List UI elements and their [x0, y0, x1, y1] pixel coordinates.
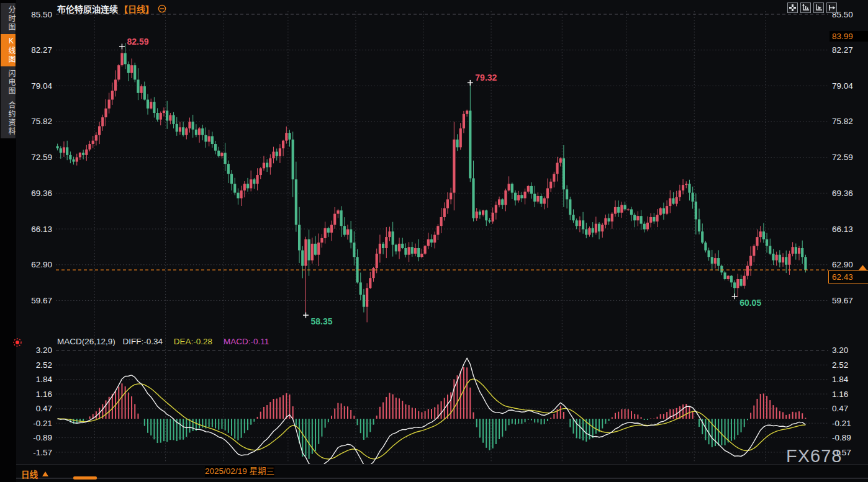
- chart-canvas[interactable]: 85.5085.5082.2782.2779.0479.0475.8275.82…: [0, 0, 868, 482]
- watermark: FX678: [786, 446, 842, 466]
- macd-histogram: [61, 367, 806, 459]
- pan-right-icon[interactable]: [826, 2, 837, 13]
- x-axis-play-icon[interactable]: [813, 2, 824, 13]
- time-axis-strip: [16, 464, 868, 482]
- price-arrow-up-icon: [859, 265, 867, 270]
- y-axis-tick-label: 72.59: [832, 153, 853, 162]
- chart-toolbar: [787, 2, 837, 13]
- sidebar-item-kline[interactable]: K线图: [1, 34, 16, 66]
- y-axis-tick-label: 66.13: [832, 225, 853, 234]
- y-axis-tick-label: 82.27: [31, 45, 52, 55]
- range-scrollbar-track[interactable]: [16, 478, 868, 479]
- macd-tick-label: 3.20: [36, 346, 52, 355]
- range-scrollbar-thumb[interactable]: [73, 476, 97, 480]
- macd-tick-label: -1.57: [33, 448, 52, 457]
- y-axis-tick-label: 72.59: [31, 153, 52, 162]
- chart-header: 布伦特原油连续 【日线】: [57, 3, 166, 14]
- period-selector-button[interactable]: 日线: [21, 468, 48, 480]
- macd-tick-label: 0.47: [36, 404, 52, 413]
- y-axis-tick-label: 79.04: [832, 81, 853, 91]
- last-price-label: 62.43: [828, 270, 868, 283]
- high-annotation-label: 82.59: [127, 37, 148, 47]
- macd-params: MACD(26,12,9): [57, 337, 115, 346]
- period-tag: 【日线】: [119, 2, 154, 15]
- macd-tick-label: 3.20: [832, 346, 848, 355]
- grid-lines: [56, 11, 828, 463]
- sidebar-item-contract-info[interactable]: 合约资料: [1, 99, 16, 138]
- macd-tick-label: 1.16: [832, 390, 848, 399]
- y-axis-tick-label: 59.67: [832, 296, 853, 305]
- macd-tick-label: 1.84: [36, 375, 53, 384]
- y-axis-tick-label: 69.36: [31, 189, 52, 198]
- y-axis-tick-label: 79.04: [31, 81, 52, 91]
- y-axis-tick-label: 75.82: [31, 117, 52, 126]
- triangle-up-icon: [42, 471, 48, 476]
- macd-tick-label: -0.21: [33, 419, 52, 428]
- axis-labels: 85.5085.5082.2782.2779.0479.0475.8275.82…: [31, 10, 853, 478]
- indicator-marker-icon[interactable]: [12, 337, 22, 347]
- y-axis-tick-label: 62.90: [31, 260, 52, 269]
- y-axis-tick-label: 66.13: [31, 225, 52, 234]
- macd-tick-label: -0.89: [33, 433, 52, 442]
- sidebar: 分时图 K线图 闪电图 合约资料: [0, 0, 16, 482]
- extreme-annotations: 82.5979.3258.3560.05: [119, 37, 761, 326]
- y-axis-tick-label: 82.27: [832, 45, 853, 55]
- high-annotation-label: 79.32: [475, 73, 497, 83]
- last-price-line: [56, 265, 867, 270]
- y-axis-tick-label: 85.50: [31, 10, 52, 19]
- macd-tick-label: -0.21: [832, 419, 851, 428]
- y-axis-tick-label: 59.67: [31, 296, 52, 305]
- move-tool-icon[interactable]: [787, 2, 798, 13]
- y-axis-scale-icon[interactable]: [800, 2, 811, 13]
- macd-tick-label: -0.89: [832, 433, 851, 442]
- selected-date-badge: 2025/02/19 星期三: [205, 466, 274, 477]
- circle-minus-icon[interactable]: [158, 4, 166, 13]
- macd-tick-label: 2.52: [36, 360, 52, 370]
- period-selector-label: 日线: [21, 468, 38, 480]
- macd-diff-value: DIFF:-0.34: [123, 337, 163, 346]
- macd-tick-label: 0.47: [832, 404, 848, 413]
- sidebar-item-timeshare[interactable]: 分时图: [1, 3, 16, 34]
- y-axis-tick-label: 62.90: [832, 260, 853, 269]
- macd-tick-label: 1.84: [832, 375, 849, 384]
- macd-tick-label: 1.16: [36, 390, 52, 399]
- macd-readout: MACD(26,12,9) DIFF:-0.34 DEA:-0.28 MACD:…: [57, 337, 269, 346]
- macd-hist-value: MACD:-0.11: [224, 337, 269, 346]
- y-axis-tick-label: 69.36: [832, 189, 853, 198]
- low-annotation-label: 58.35: [310, 316, 332, 326]
- session-high-label: 83.99: [830, 31, 868, 42]
- y-axis-tick-label: 75.82: [832, 117, 853, 126]
- macd-dea-value: DEA:-0.28: [174, 337, 212, 346]
- sidebar-item-lightning[interactable]: 闪电图: [1, 66, 16, 99]
- dea-line: [58, 379, 806, 459]
- macd-tick-label: 2.52: [832, 360, 848, 370]
- symbol-title: 布伦特原油连续: [57, 2, 118, 15]
- kline-app: 85.5085.5082.2782.2779.0479.0475.8275.82…: [0, 0, 868, 482]
- low-annotation-label: 60.05: [739, 298, 761, 308]
